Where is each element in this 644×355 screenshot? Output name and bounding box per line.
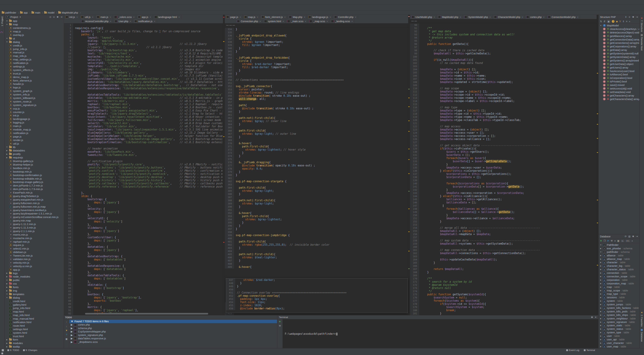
toolbar-icon[interactable]	[112, 5, 118, 10]
new-session-icon[interactable]: ✚	[279, 320, 281, 323]
error-stripe[interactable]	[408, 15, 410, 315]
tree-row[interactable]: JSpage.js	[5, 135, 64, 138]
code-editor[interactable]: 12requirejs.config({3 baseUrl: 'js', // …	[64, 24, 223, 315]
tree-row[interactable]: 10dom.jsPlumb-1.7.5-min.js	[5, 187, 64, 191]
settings-icon[interactable]: ✱	[57, 16, 58, 18]
close-tab-icon[interactable]: ×	[304, 16, 305, 18]
close-tab-icon[interactable]: ×	[110, 20, 111, 22]
tree-row[interactable]: JSccp.js	[5, 107, 64, 110]
todo-tab[interactable]	[80, 317, 83, 318]
tree-row[interactable]: ▶tooltip	[5, 345, 64, 348]
tree-row[interactable]: JSsystem_route.js	[5, 100, 64, 103]
toolbar-icon[interactable]	[165, 5, 170, 10]
todo-file-row[interactable]: ▶_dropdowns.scss	[69, 340, 277, 344]
tree-row[interactable]: JSform_element.js	[5, 79, 64, 82]
error-stripe[interactable]	[223, 15, 224, 315]
editor-tab[interactable]: landingpage.html×	[153, 15, 182, 19]
toolbar-icon[interactable]	[91, 5, 96, 10]
structure-row[interactable]: mgetData():array	[598, 48, 639, 52]
todo-tab[interactable]	[73, 317, 76, 318]
tree-row[interactable]: JScontextmenu.js	[5, 26, 64, 30]
editor-tab[interactable]: Controller.php×	[333, 15, 358, 19]
editor-tab[interactable]: Connection.php×	[235, 19, 262, 23]
toolbar-icon[interactable]	[54, 5, 60, 10]
todo-file-row[interactable]: ▶dataTables.responsive.js	[69, 337, 277, 340]
toolwindow-button[interactable]: Event Log	[565, 349, 581, 352]
table-editor-icon[interactable]: ▦	[617, 239, 619, 242]
editor-tab[interactable]: _map.scss×	[308, 19, 330, 23]
show-variables-icon[interactable]: ◆	[616, 20, 618, 23]
structure-row[interactable]: ▶▦character_status: table	[598, 268, 639, 271]
expand-arrow-icon[interactable]: ▶	[6, 157, 8, 158]
tree-row[interactable]: JSnotification.js	[5, 61, 64, 65]
tree-row[interactable]: 10jquery.fullscreen.min.js	[5, 201, 64, 205]
tree-row[interactable]: JSnotification.js	[5, 131, 64, 135]
structure-row[interactable]: ▶▦corporation: table	[598, 278, 639, 282]
tree-row[interactable]: JSutil.js	[5, 142, 64, 145]
tree-row[interactable]: {}jquery.min.map	[5, 219, 64, 222]
expand-arrow-icon[interactable]: ▶	[6, 283, 8, 284]
structure-row[interactable]: ▶▦user_character: table	[598, 341, 639, 345]
editor-tab[interactable]: system.html×	[262, 19, 286, 23]
todo-file-row[interactable]: ▶schema.php	[69, 326, 277, 330]
tree-row[interactable]: 5gallery.html	[5, 303, 64, 306]
statusbar-icon[interactable]	[2, 352, 3, 354]
structure-row[interactable]: mgetUserData():object	[598, 62, 639, 66]
breadcrumb-item[interactable]: app›	[20, 11, 30, 14]
structure-row[interactable]: ▶▦map_scope: table	[598, 289, 639, 292]
tree-row[interactable]: 10jquery.lazylinepainter-1.5.1.min.js	[5, 212, 64, 215]
properties-icon[interactable]: ⚒	[610, 239, 613, 242]
tree-row[interactable]: JSsystem_graph.js	[5, 89, 64, 93]
structure-row[interactable]: ▶▦system_static: table	[598, 324, 639, 327]
editor-tab[interactable]: landingpage.js×	[307, 15, 333, 19]
tree-row[interactable]: ▼dialog	[5, 296, 64, 299]
menu-item[interactable]	[23, 2, 26, 3]
tree-row[interactable]: JSjump_info.js	[5, 47, 64, 51]
close-tab-icon[interactable]: ×	[134, 16, 134, 18]
structure-row[interactable]: ▶▦user_api: table	[598, 338, 639, 341]
tree-row[interactable]: JSbootstrap-image-gallery.js	[5, 180, 64, 184]
expand-arrow-icon[interactable]: ▼	[6, 293, 8, 295]
hide-icon[interactable]: ⇥	[636, 235, 638, 238]
structure-row[interactable]: ▶▦system_type: table	[598, 331, 639, 334]
editor-tab[interactable]: _main.scss×	[286, 19, 308, 23]
menu-item[interactable]	[27, 2, 30, 3]
editor-tab[interactable]: AccessController.php×	[80, 19, 113, 23]
tree-row[interactable]: ▼map	[5, 23, 64, 26]
preview-icon[interactable]: ▣	[66, 337, 68, 340]
structure-row[interactable]: mgetCharacters():array	[598, 94, 639, 97]
tree-row[interactable]: 10mustache.min.js	[5, 236, 64, 240]
tree-row[interactable]: JSsettings.js	[5, 65, 64, 68]
expand-arrow-icon[interactable]: ▶	[6, 286, 8, 288]
structure-row[interactable]: mgetSystems():array|mixed	[598, 59, 639, 62]
close-tab-icon[interactable]: ×	[490, 16, 491, 18]
database-strip-tab[interactable]: ▦Database	[640, 328, 643, 342]
structure-tree[interactable]: ▼CMapModelmclearAccess([clearKeys : arra…	[598, 24, 639, 101]
tree-row[interactable]: 10select2.min.js	[5, 247, 64, 250]
expand-arrow-icon[interactable]: ▶	[6, 342, 8, 344]
expand-arrow-icon[interactable]: ▼	[6, 297, 8, 298]
editor-tab[interactable]: util.js×	[80, 15, 95, 19]
structure-row[interactable]: ▶▦sessions: table	[598, 296, 639, 299]
close-tab-icon[interactable]: ×	[330, 16, 331, 18]
settings-icon[interactable]: ✱	[591, 316, 593, 318]
tree-row[interactable]: JSsystem_killboard.js	[5, 96, 64, 100]
structure-row[interactable]: mgetCorporations():array	[598, 45, 639, 48]
toolbar-icon[interactable]	[2, 5, 7, 10]
menu-item[interactable]	[6, 2, 10, 3]
editor-tab[interactable]: MapModel.php×	[436, 15, 463, 19]
tree-row[interactable]: ▶img	[5, 289, 64, 292]
editor-pane-middle[interactable]: page.js×map.js×form_element.js×Map.php×l…	[225, 15, 410, 315]
structure-row[interactable]: ▶▦character_log: table	[598, 264, 639, 268]
menu-item[interactable]	[2, 2, 5, 3]
structure-row[interactable]: mgetConnectionData():array	[598, 38, 639, 41]
close-tab-icon[interactable]: ×	[110, 16, 111, 18]
toolbar-icon[interactable]	[80, 5, 86, 10]
tree-row[interactable]: JSmain.js	[5, 124, 64, 128]
structure-row[interactable]: ▶▦user_map: table	[598, 345, 639, 348]
tree-row[interactable]: JSmap.js	[5, 30, 64, 33]
settings-icon[interactable]: ✱	[632, 16, 634, 18]
tree-row[interactable]: 5jump_info.html	[5, 306, 64, 310]
tree-row[interactable]: ▶css	[5, 282, 64, 285]
expand-arrow-icon[interactable]: ▶	[6, 150, 8, 151]
